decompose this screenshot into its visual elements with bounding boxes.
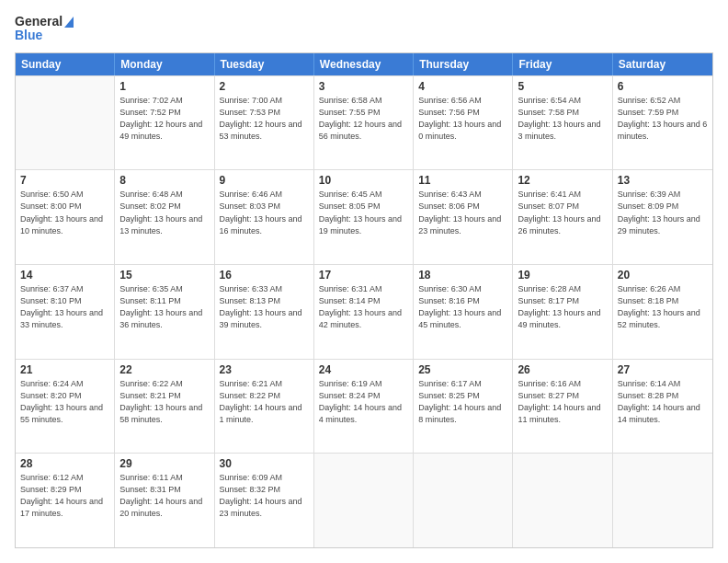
day-detail: Sunrise: 6:45 AMSunset: 8:05 PMDaylight:… xyxy=(319,189,408,236)
day-number: 23 xyxy=(220,363,309,376)
weekday-header-thursday: Thursday xyxy=(414,53,513,75)
day-number: 25 xyxy=(418,363,507,376)
calendar-cell: 21 Sunrise: 6:24 AMSunset: 8:20 PMDaylig… xyxy=(16,360,115,454)
calendar-cell: 13 Sunrise: 6:39 AMSunset: 8:09 PMDaylig… xyxy=(613,170,712,264)
calendar-cell: 8 Sunrise: 6:48 AMSunset: 8:02 PMDayligh… xyxy=(115,170,214,264)
calendar-cell: 24 Sunrise: 6:19 AMSunset: 8:24 PMDaylig… xyxy=(314,360,414,454)
day-detail: Sunrise: 6:11 AMSunset: 8:31 PMDaylight:… xyxy=(119,472,209,520)
calendar-cell xyxy=(613,454,712,547)
calendar-cell xyxy=(414,454,513,547)
calendar-cell: 18 Sunrise: 6:30 AMSunset: 8:16 PMDaylig… xyxy=(414,265,513,359)
day-detail: Sunrise: 6:17 AMSunset: 8:25 PMDaylight:… xyxy=(418,378,507,426)
weekday-header-friday: Friday xyxy=(513,53,612,75)
day-detail: Sunrise: 6:12 AMSunset: 8:29 PMDaylight:… xyxy=(20,472,109,520)
header: General Blue xyxy=(15,15,713,43)
day-number: 1 xyxy=(119,80,209,93)
day-number: 22 xyxy=(119,363,209,376)
calendar-cell: 15 Sunrise: 6:35 AMSunset: 8:11 PMDaylig… xyxy=(115,265,214,359)
day-detail: Sunrise: 6:54 AMSunset: 7:58 PMDaylight:… xyxy=(518,95,607,143)
calendar-cell xyxy=(314,454,414,547)
day-number: 9 xyxy=(220,174,309,187)
calendar-cell: 14 Sunrise: 6:37 AMSunset: 8:10 PMDaylig… xyxy=(16,265,115,359)
day-detail: Sunrise: 6:43 AMSunset: 8:06 PMDaylight:… xyxy=(418,189,507,236)
day-detail: Sunrise: 6:46 AMSunset: 8:03 PMDaylight:… xyxy=(220,189,309,236)
day-detail: Sunrise: 6:37 AMSunset: 8:10 PMDaylight:… xyxy=(20,283,109,331)
calendar-row-3: 14 Sunrise: 6:37 AMSunset: 8:10 PMDaylig… xyxy=(16,264,712,359)
page: General Blue SundayMondayTuesdayWednesda… xyxy=(0,0,728,563)
calendar-cell: 12 Sunrise: 6:41 AMSunset: 8:07 PMDaylig… xyxy=(513,170,612,264)
day-number: 11 xyxy=(418,174,507,187)
calendar-cell: 26 Sunrise: 6:16 AMSunset: 8:27 PMDaylig… xyxy=(513,360,612,454)
day-number: 2 xyxy=(220,80,309,93)
day-number: 18 xyxy=(418,269,507,282)
day-detail: Sunrise: 6:22 AMSunset: 8:21 PMDaylight:… xyxy=(119,378,209,426)
day-detail: Sunrise: 6:56 AMSunset: 7:56 PMDaylight:… xyxy=(418,95,507,143)
calendar-cell: 6 Sunrise: 6:52 AMSunset: 7:59 PMDayligh… xyxy=(613,76,712,170)
calendar-cell: 2 Sunrise: 7:00 AMSunset: 7:53 PMDayligh… xyxy=(215,76,314,170)
day-detail: Sunrise: 6:09 AMSunset: 8:32 PMDaylight:… xyxy=(220,472,309,520)
day-detail: Sunrise: 6:21 AMSunset: 8:22 PMDaylight:… xyxy=(220,378,309,426)
day-number: 3 xyxy=(319,80,408,93)
calendar-cell: 28 Sunrise: 6:12 AMSunset: 8:29 PMDaylig… xyxy=(16,454,115,547)
calendar-cell: 27 Sunrise: 6:14 AMSunset: 8:28 PMDaylig… xyxy=(613,360,712,454)
day-detail: Sunrise: 7:00 AMSunset: 7:53 PMDaylight:… xyxy=(220,95,309,143)
day-number: 8 xyxy=(119,174,209,187)
calendar-cell: 17 Sunrise: 6:31 AMSunset: 8:14 PMDaylig… xyxy=(314,265,414,359)
day-detail: Sunrise: 6:14 AMSunset: 8:28 PMDaylight:… xyxy=(618,378,708,426)
calendar-body: 1 Sunrise: 7:02 AMSunset: 7:52 PMDayligh… xyxy=(16,75,712,547)
calendar-cell: 22 Sunrise: 6:22 AMSunset: 8:21 PMDaylig… xyxy=(115,360,214,454)
day-number: 10 xyxy=(319,174,408,187)
day-detail: Sunrise: 6:19 AMSunset: 8:24 PMDaylight:… xyxy=(319,378,408,426)
day-number: 4 xyxy=(418,80,507,93)
weekday-header-wednesday: Wednesday xyxy=(314,53,414,75)
day-detail: Sunrise: 6:52 AMSunset: 7:59 PMDaylight:… xyxy=(618,95,708,143)
day-number: 13 xyxy=(618,174,708,187)
calendar-cell: 30 Sunrise: 6:09 AMSunset: 8:32 PMDaylig… xyxy=(215,454,314,547)
day-number: 20 xyxy=(618,269,708,282)
day-number: 15 xyxy=(119,269,209,282)
calendar-cell xyxy=(16,76,115,170)
day-number: 26 xyxy=(518,363,607,376)
day-number: 30 xyxy=(220,457,309,470)
day-number: 5 xyxy=(518,80,607,93)
day-detail: Sunrise: 6:31 AMSunset: 8:14 PMDaylight:… xyxy=(319,283,408,331)
day-detail: Sunrise: 6:39 AMSunset: 8:09 PMDaylight:… xyxy=(618,189,708,236)
day-number: 29 xyxy=(119,457,209,470)
day-detail: Sunrise: 6:16 AMSunset: 8:27 PMDaylight:… xyxy=(518,378,607,426)
day-number: 6 xyxy=(618,80,708,93)
logo: General Blue xyxy=(15,15,74,43)
calendar-cell: 29 Sunrise: 6:11 AMSunset: 8:31 PMDaylig… xyxy=(115,454,214,547)
day-number: 21 xyxy=(20,363,109,376)
calendar: SundayMondayTuesdayWednesdayThursdayFrid… xyxy=(15,52,713,548)
day-detail: Sunrise: 6:33 AMSunset: 8:13 PMDaylight:… xyxy=(220,283,309,331)
day-number: 27 xyxy=(618,363,708,376)
day-number: 24 xyxy=(319,363,408,376)
logo-blue: Blue xyxy=(15,29,74,42)
calendar-cell: 3 Sunrise: 6:58 AMSunset: 7:55 PMDayligh… xyxy=(314,76,414,170)
day-detail: Sunrise: 6:28 AMSunset: 8:17 PMDaylight:… xyxy=(518,283,607,331)
calendar-cell: 16 Sunrise: 6:33 AMSunset: 8:13 PMDaylig… xyxy=(215,265,314,359)
day-number: 17 xyxy=(319,269,408,282)
calendar-row-5: 28 Sunrise: 6:12 AMSunset: 8:29 PMDaylig… xyxy=(16,453,712,547)
calendar-cell: 10 Sunrise: 6:45 AMSunset: 8:05 PMDaylig… xyxy=(314,170,414,264)
calendar-header: SundayMondayTuesdayWednesdayThursdayFrid… xyxy=(16,53,712,75)
day-detail: Sunrise: 7:02 AMSunset: 7:52 PMDaylight:… xyxy=(119,95,209,143)
calendar-cell: 23 Sunrise: 6:21 AMSunset: 8:22 PMDaylig… xyxy=(215,360,314,454)
day-detail: Sunrise: 6:48 AMSunset: 8:02 PMDaylight:… xyxy=(119,189,209,236)
calendar-cell: 19 Sunrise: 6:28 AMSunset: 8:17 PMDaylig… xyxy=(513,265,612,359)
day-number: 28 xyxy=(20,457,109,470)
calendar-cell: 1 Sunrise: 7:02 AMSunset: 7:52 PMDayligh… xyxy=(115,76,214,170)
calendar-cell: 4 Sunrise: 6:56 AMSunset: 7:56 PMDayligh… xyxy=(414,76,513,170)
calendar-row-4: 21 Sunrise: 6:24 AMSunset: 8:20 PMDaylig… xyxy=(16,359,712,454)
day-detail: Sunrise: 6:50 AMSunset: 8:00 PMDaylight:… xyxy=(20,189,109,236)
weekday-header-tuesday: Tuesday xyxy=(215,53,314,75)
calendar-cell: 11 Sunrise: 6:43 AMSunset: 8:06 PMDaylig… xyxy=(414,170,513,264)
day-detail: Sunrise: 6:35 AMSunset: 8:11 PMDaylight:… xyxy=(119,283,209,331)
day-detail: Sunrise: 6:30 AMSunset: 8:16 PMDaylight:… xyxy=(418,283,507,331)
calendar-cell: 7 Sunrise: 6:50 AMSunset: 8:00 PMDayligh… xyxy=(16,170,115,264)
calendar-cell: 25 Sunrise: 6:17 AMSunset: 8:25 PMDaylig… xyxy=(414,360,513,454)
day-detail: Sunrise: 6:41 AMSunset: 8:07 PMDaylight:… xyxy=(518,189,607,236)
weekday-header-saturday: Saturday xyxy=(613,53,712,75)
day-detail: Sunrise: 6:26 AMSunset: 8:18 PMDaylight:… xyxy=(618,283,708,331)
calendar-row-2: 7 Sunrise: 6:50 AMSunset: 8:00 PMDayligh… xyxy=(16,169,712,264)
